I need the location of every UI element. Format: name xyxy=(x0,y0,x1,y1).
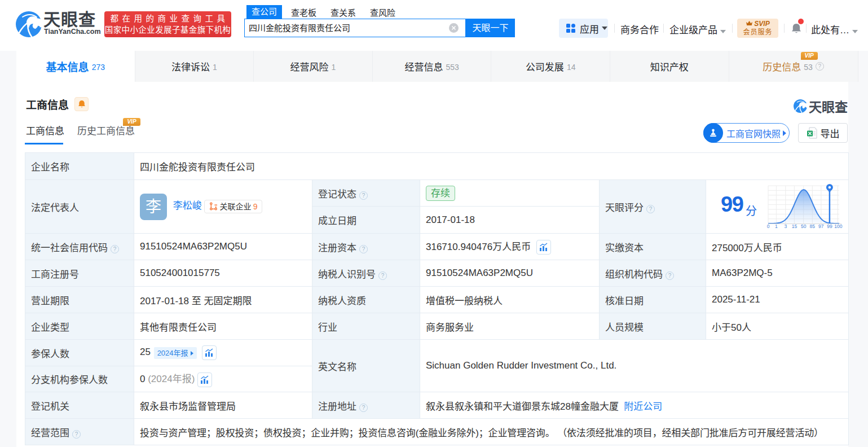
svg-text:3: 3 xyxy=(784,224,787,229)
svg-text:100: 100 xyxy=(834,224,842,229)
svg-text:85: 85 xyxy=(810,224,816,229)
svg-text:99: 99 xyxy=(827,224,832,229)
svg-text:15: 15 xyxy=(792,224,797,229)
svg-text:0: 0 xyxy=(767,224,770,229)
svg-text:50: 50 xyxy=(801,224,807,229)
svg-text:1: 1 xyxy=(775,224,778,229)
svg-text:97: 97 xyxy=(818,224,824,229)
